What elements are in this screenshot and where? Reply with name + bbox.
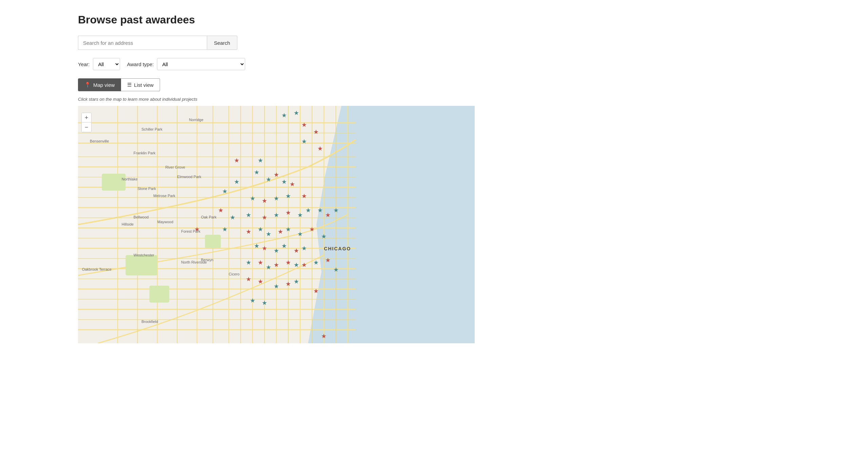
star-marker[interactable]: ★ [274,172,279,178]
star-marker[interactable]: ★ [294,278,299,285]
star-marker[interactable]: ★ [313,129,319,135]
content-area: Browse past awardees Search Year: All 20… [0,0,475,343]
star-marker[interactable]: ★ [222,226,228,232]
star-marker[interactable]: ★ [285,210,291,216]
star-marker[interactable]: ★ [317,207,323,213]
star-marker[interactable]: ★ [246,276,251,282]
star-marker[interactable]: ★ [297,231,303,237]
star-marker[interactable]: ★ [274,212,279,218]
star-marker[interactable]: ★ [321,333,327,339]
star-marker[interactable]: ★ [254,243,259,249]
map-container: + − NorridgeSchiller ParkBensenvilleFran… [78,106,475,343]
star-marker[interactable]: ★ [281,243,287,249]
star-marker[interactable]: ★ [301,193,307,199]
award-type-filter-label: Award type: [127,61,154,67]
star-marker[interactable]: ★ [333,267,339,273]
star-marker[interactable]: ★ [285,259,291,266]
star-marker[interactable]: ★ [234,157,239,163]
year-filter-label: Year: [78,61,90,67]
search-button[interactable]: Search [207,36,237,50]
star-marker[interactable]: ★ [301,138,307,145]
list-view-button[interactable]: ☰ List view [121,78,160,91]
star-marker[interactable]: ★ [258,278,263,285]
star-marker[interactable]: ★ [290,181,295,187]
star-marker[interactable]: ★ [285,281,291,287]
star-marker[interactable]: ★ [281,112,287,118]
star-marker[interactable]: ★ [222,188,228,194]
star-marker[interactable]: ★ [250,297,255,304]
star-marker[interactable]: ★ [230,214,235,220]
view-toggle: 📍 Map view ☰ List view [78,78,475,91]
star-marker[interactable]: ★ [258,157,263,163]
star-marker[interactable]: ★ [313,288,319,294]
award-type-filter-group: Award type: All Grant Contract Fellowshi… [127,58,245,70]
star-marker[interactable]: ★ [285,193,291,199]
star-marker[interactable]: ★ [281,179,287,185]
star-marker[interactable]: ★ [262,198,267,204]
star-marker[interactable]: ★ [278,229,283,235]
star-marker[interactable]: ★ [274,283,279,289]
list-icon: ☰ [127,82,132,88]
star-marker[interactable]: ★ [250,195,255,201]
star-marker[interactable]: ★ [294,110,299,116]
map-view-button[interactable]: 📍 Map view [78,78,121,91]
list-view-label: List view [134,82,154,88]
search-input[interactable] [78,36,207,50]
star-marker[interactable]: ★ [266,231,271,237]
star-marker[interactable]: ★ [274,248,279,254]
filter-row: Year: All 2023 2022 2021 2020 2019 Award… [78,58,475,70]
star-marker[interactable]: ★ [246,212,251,218]
star-marker[interactable]: ★ [258,259,263,266]
star-marker[interactable]: ★ [274,195,279,201]
page-title: Browse past awardees [78,14,475,26]
star-marker[interactable]: ★ [325,212,331,218]
star-marker[interactable]: ★ [262,214,267,220]
star-marker[interactable]: ★ [305,207,311,213]
star-marker[interactable]: ★ [313,259,319,266]
star-marker[interactable]: ★ [294,262,299,268]
star-marker[interactable]: ★ [321,233,327,239]
star-marker[interactable]: ★ [246,229,251,235]
page-container: Browse past awardees Search Year: All 20… [0,0,868,462]
lake-michigan [308,106,475,343]
star-marker[interactable]: ★ [301,262,307,268]
star-marker[interactable]: ★ [325,257,331,263]
star-marker[interactable]: ★ [266,176,271,182]
star-marker[interactable]: ★ [218,207,223,213]
zoom-controls: + − [81,113,92,132]
star-marker[interactable]: ★ [317,146,323,152]
star-marker[interactable]: ★ [266,264,271,270]
award-type-select[interactable]: All Grant Contract Fellowship [157,58,245,70]
map-hint: Click stars on the map to learn more abo… [78,97,475,102]
star-marker[interactable]: ★ [262,245,267,251]
star-marker[interactable]: ★ [254,169,259,175]
star-marker[interactable]: ★ [274,262,279,268]
star-marker[interactable]: ★ [297,212,303,218]
star-marker[interactable]: ★ [194,226,200,232]
star-marker[interactable]: ★ [309,226,315,232]
star-marker[interactable]: ★ [262,300,267,306]
search-row: Search [78,36,475,50]
star-marker[interactable]: ★ [333,207,339,213]
star-marker[interactable]: ★ [294,248,299,254]
star-marker[interactable]: ★ [285,226,291,232]
year-select[interactable]: All 2023 2022 2021 2020 2019 [93,58,120,70]
map-view-label: Map view [93,82,115,88]
map-pin-icon: 📍 [84,82,91,88]
star-marker[interactable]: ★ [301,245,307,251]
star-marker[interactable]: ★ [246,259,251,266]
zoom-out-button[interactable]: − [82,122,91,132]
star-marker[interactable]: ★ [301,122,307,128]
zoom-in-button[interactable]: + [82,113,91,122]
star-marker[interactable]: ★ [234,179,239,185]
year-filter-group: Year: All 2023 2022 2021 2020 2019 [78,58,120,70]
star-marker[interactable]: ★ [258,226,263,232]
